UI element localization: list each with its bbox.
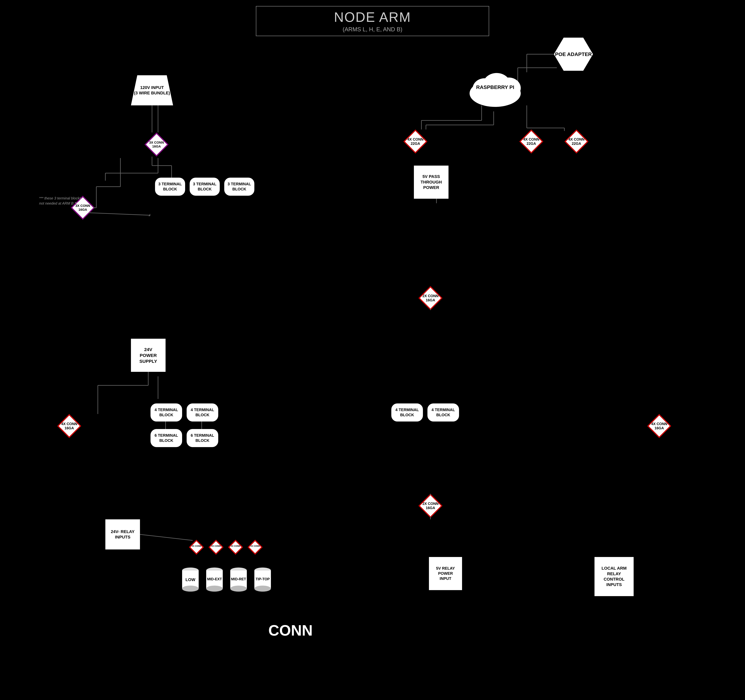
svg-text:2X CONN: 2X CONN [192,545,201,547]
cylinder-low: LOW [181,566,200,594]
svg-marker-20 [190,541,202,553]
title-main: NODE ARM [261,9,484,25]
svg-point-33 [182,586,199,592]
power-supply-24v-node: 24VPOWERSUPPLY [131,339,166,372]
svg-marker-23 [210,541,222,553]
title-sub: (ARMS L, H, E, AND B) [261,26,484,33]
terminal-6-2: 6 TERMINALBLOCK [187,429,218,447]
raspberry-pi-node: RASPBERRY PI [467,69,524,111]
svg-text:2X CONN: 2X CONN [211,545,221,547]
terminal-4-2: 4 TERMINALBLOCK [187,404,218,422]
terminal-4-3: 4 TERMINALBLOCK [391,404,423,422]
terminal-3-3: 3 TERMINALBLOCK [224,178,254,196]
conn-2x-bot1: 2X CONN [188,539,205,555]
svg-point-37 [206,586,223,592]
svg-text:LOW: LOW [186,577,195,582]
svg-text:MID-EXT: MID-EXT [207,577,222,581]
cylinder-mid-ext: MID-EXT [205,566,224,594]
svg-line-69 [140,534,193,540]
relay-inputs-24v-node: 24V- RELAYINPUTS [105,519,140,549]
conn-3x-16ga-top: 3X CONN16GA [145,133,169,157]
conn-2x-16ga-bot: 2X CONN16GA [418,494,443,518]
relay-power-5v-node: 5V RELAYPOWERINPUT [429,557,462,590]
conn-label: CONN [268,622,313,639]
conn-2x-bot4: 2X CONN [247,539,263,555]
conn-4x-22ga-mid: 4X CONN22GA [403,129,428,154]
terminal-6-1: 6 TERMINALBLOCK [151,429,182,447]
passthrough-5v-node: 5V PASSTHROUGHPOWER [414,166,449,199]
terminal-3-2: 3 TERMINALBLOCK [190,178,220,196]
svg-marker-26 [229,541,242,553]
svg-point-45 [254,586,271,592]
conn-4x-22ga-right2: 4X CONN22GA [564,129,588,154]
poe-adapter-node: POE ADAPTER [554,37,593,71]
title-box: NODE ARM (ARMS L, H, E, AND B) [256,6,489,36]
cylinder-mid-ret: MID-RET [229,566,248,594]
cylinder-tip-top: TIP-TOP [253,566,272,594]
conn-2x-bot2: 2X CONN [208,539,224,555]
svg-point-41 [230,586,247,592]
svg-marker-29 [249,541,261,553]
input-120v-node: 120V INPUT(3 WIRE BUNDLE) [131,75,173,105]
svg-text:TIP-TOP: TIP-TOP [256,577,270,581]
terminal-4-1: 4 TERMINALBLOCK [151,404,182,422]
conn-2x-bot3: 2X CONN [227,539,244,555]
terminal-3-1: 3 TERMINALBLOCK [155,178,185,196]
svg-text:2X CONN: 2X CONN [250,545,260,547]
conn-4x-16ga-right: 4X CONN16GA [647,414,671,438]
annotation-text: *** these 3 terminal blocksnot needed at… [39,196,81,206]
local-arm-node: LOCAL ARMRELAYCONTROLINPUTS [594,557,634,596]
conn-4x-22ga-right1: 4X CONN22GA [519,129,543,154]
conn-2x-16ga-mid: 2X CONN16GA [418,286,443,310]
svg-text:2X CONN: 2X CONN [231,545,240,547]
conn-4x-16ga-left: 4X CONN16GA [57,414,81,438]
svg-text:MID-RET: MID-RET [231,577,246,581]
terminal-4-4: 4 TERMINALBLOCK [428,404,459,422]
